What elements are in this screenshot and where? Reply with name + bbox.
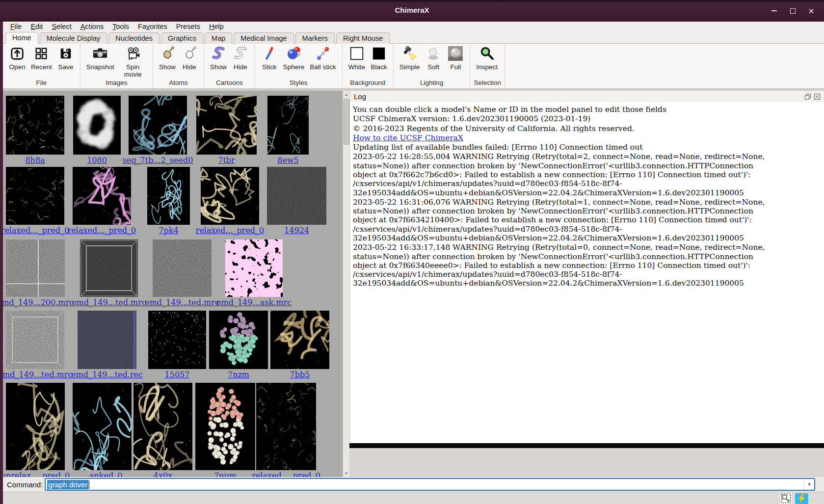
minimize-button[interactable] — [768, 5, 780, 17]
thumbnail-link-emd-149-ted-mrc-12[interactable]: emd_149...ted.mrc — [145, 298, 219, 307]
toolbar-selection-inspect-button[interactable]: Inspect — [475, 46, 499, 71]
menu-file[interactable]: File — [6, 22, 26, 31]
thumbnail-8h8a-0[interactable] — [6, 96, 64, 155]
thumbnail-link-seq-7tb-2-seed0-2[interactable]: seq_7tb...2_seed0 — [123, 156, 193, 165]
thumbnail-scrollbar[interactable]: ▲ ▼ — [343, 91, 349, 477]
thumbnail-link-15057-16[interactable]: 15057 — [165, 370, 190, 379]
scrollbar-thumb[interactable] — [344, 99, 349, 145]
thumbnail-unrelax-pred-0-19[interactable] — [6, 383, 65, 470]
thumbnail-link-unrelax-pred-0-19[interactable]: unrelax..._pred_0 — [3, 471, 70, 477]
menu-help[interactable]: Help — [205, 22, 228, 31]
command-input[interactable]: graph driver ▼ — [45, 478, 815, 491]
log-cite-link[interactable]: How to cite UCSF ChimeraX — [353, 133, 463, 142]
thumbnail-7tbr-3[interactable] — [196, 96, 257, 155]
toolbar-cartoons-hide-button[interactable]: Hide — [231, 46, 250, 71]
thumbnail-link-8h8a-0[interactable]: 8h8a — [25, 156, 45, 165]
toolbar-atoms-hide-button[interactable]: Hide — [180, 46, 199, 71]
thumbnail-anked-0-20[interactable] — [73, 383, 132, 470]
scroll-down-icon[interactable]: ▼ — [343, 470, 349, 477]
thumbnail-emd-149-ask-mrc-13[interactable] — [225, 239, 283, 297]
thumbnail-link-7nzm-17[interactable]: 7nzm — [228, 370, 249, 379]
tab-map[interactable]: Map — [205, 32, 232, 44]
lightning-icon[interactable] — [795, 493, 808, 504]
toolbar-background-white-button[interactable]: White — [347, 46, 367, 71]
toolbar-atoms-show-button[interactable]: Show — [158, 46, 177, 71]
tab-medical-image[interactable]: Medical Image — [234, 32, 293, 44]
thumbnail-link-7num-22[interactable]: 7num — [214, 471, 237, 477]
titlebar[interactable]: ChimeraX ✕ — [0, 0, 824, 22]
menu-presets[interactable]: Presets — [172, 22, 205, 31]
thumbnail-link-emd-149-ted-mrc-14[interactable]: emd_149...ted.mrc — [3, 370, 72, 379]
thumbnail-link-relaxed-pred-0-23[interactable]: relaxed..._pred_0 — [252, 471, 320, 477]
toolbar-lighting-soft-button[interactable]: Soft — [424, 46, 443, 71]
thumbnail-14924-9[interactable] — [267, 167, 326, 225]
thumbnail-7bb5-18[interactable] — [270, 311, 329, 369]
toolbar-styles-sphere-button[interactable]: Sphere — [282, 46, 306, 71]
thumbnail-emd-149-ted-mrc-11[interactable] — [80, 239, 138, 297]
toolbar-styles-stick-button[interactable]: Stick — [260, 46, 279, 71]
thumbnail-link-1080-1[interactable]: 1080 — [87, 156, 107, 165]
thumbnail-1080-1[interactable] — [73, 96, 121, 155]
tab-home[interactable]: Home — [5, 32, 38, 44]
thumbnail-15057-16[interactable] — [148, 311, 206, 369]
thumbnail-7pk4-7[interactable] — [147, 167, 190, 225]
thumbnail-link-relaxed-pred-0-8[interactable]: relaxed..._pred_0 — [196, 226, 265, 235]
thumbnail-seq-7tb-2-seed0-2[interactable] — [129, 96, 187, 155]
thumbnail-emd-149-ted-mrc-12[interactable] — [153, 239, 212, 297]
thumbnail-emd-149-ted-rec-15[interactable] — [78, 311, 136, 369]
toolbar-file-recent-button[interactable]: Recent — [30, 46, 53, 71]
close-button[interactable]: ✕ — [805, 5, 817, 17]
thumbnail-relaxed-pred-0-23[interactable] — [256, 383, 316, 470]
tab-molecule-display[interactable]: Molecule Display — [40, 32, 107, 44]
thumbnail-link-relaxed-pred-0-6[interactable]: relaxed..._pred_0 — [68, 226, 136, 235]
toolbar-lighting-full-button[interactable]: Full — [446, 46, 465, 71]
menu-actions[interactable]: Actions — [76, 22, 108, 31]
thumbnail-relaxed-pred-0-6[interactable] — [73, 167, 131, 225]
thumbnail-link-7bb5-18[interactable]: 7bb5 — [290, 370, 310, 379]
thumbnail-emd-149-200-mrc-10[interactable] — [6, 239, 65, 297]
thumbnail-link-anked-0-20[interactable]: ...anked_0 — [82, 471, 123, 477]
thumbnail-link-emd-149-ask-mrc-13[interactable]: emd_149...ask.mrc — [216, 298, 292, 307]
thumbnail-link-7tbr-3[interactable]: 7tbr — [218, 156, 235, 165]
selection-resize-icon[interactable] — [780, 493, 792, 504]
toolbar-styles-ball-stick-button[interactable]: Ball stick — [309, 46, 337, 71]
chevron-down-icon[interactable]: ▼ — [804, 479, 814, 490]
toolbar-images-snapshot-button[interactable]: Snapshot — [85, 46, 115, 71]
cartoons-hide-icon — [233, 46, 248, 64]
maximize-button[interactable] — [787, 5, 798, 17]
float-panel-icon[interactable] — [804, 93, 811, 100]
tab-graphics[interactable]: Graphics — [161, 32, 203, 44]
toolbar-file-save-button[interactable]: Save — [56, 46, 75, 71]
thumbnail-4x0x-21[interactable] — [133, 383, 192, 470]
thumbnail-link-emd-149-200-mrc-10[interactable]: emd_149...200.mrc — [3, 298, 74, 307]
thumbnail-link-emd-149-ted-mrc-11[interactable]: emd_149...ted.mrc — [72, 298, 146, 307]
thumbnail-relaxed-pred-0-8[interactable] — [201, 167, 259, 225]
thumbnail-7num-22[interactable] — [195, 383, 255, 470]
thumbnail-emd-149-ted-mrc-14[interactable] — [6, 311, 64, 369]
thumbnail-relaxed-pred-0-5[interactable] — [6, 167, 64, 225]
toolbar-images-spin-movie-button[interactable]: Spin movie — [118, 46, 148, 79]
close-panel-icon[interactable] — [814, 93, 821, 100]
menu-select[interactable]: Select — [47, 22, 76, 31]
menu-favorites[interactable]: Favorites — [133, 22, 172, 31]
thumbnail-7nzm-17[interactable] — [209, 311, 268, 369]
toolbar-cartoons-show-button[interactable]: Show — [209, 46, 228, 71]
thumbnail-link-14924-9[interactable]: 14924 — [284, 226, 309, 235]
thumbnail-link-relaxed-pred-0-5[interactable]: relaxed..._pred_0 — [3, 226, 69, 235]
thumbnail-8ew5-4[interactable] — [267, 96, 309, 155]
thumbnail-link-8ew5-4[interactable]: 8ew5 — [277, 156, 299, 165]
tab-right-mouse[interactable]: Right Mouse — [336, 32, 390, 44]
thumbnail-link-emd-149-ted-rec-15[interactable]: emd_149...ted.rec — [71, 370, 143, 379]
log-line-0: You can double click a model's Name or I… — [353, 105, 767, 114]
toolbar-file-open-button[interactable]: Open — [8, 46, 27, 71]
scroll-up-icon[interactable]: ▲ — [343, 91, 349, 98]
tab-markers[interactable]: Markers — [295, 32, 335, 44]
thumbnail-link-4x0x-21[interactable]: 4x0x — [154, 471, 172, 477]
thumbnail-link-7pk4-7[interactable]: 7pk4 — [159, 226, 178, 235]
menu-tools[interactable]: Tools — [108, 22, 133, 31]
resize-grip[interactable]: ⋰ — [814, 495, 819, 502]
tab-nucleotides[interactable]: Nucleotides — [108, 32, 159, 44]
toolbar-background-black-button[interactable]: Black — [370, 46, 388, 71]
toolbar-lighting-simple-button[interactable]: Simple — [399, 46, 421, 71]
menu-edit[interactable]: Edit — [26, 22, 47, 31]
